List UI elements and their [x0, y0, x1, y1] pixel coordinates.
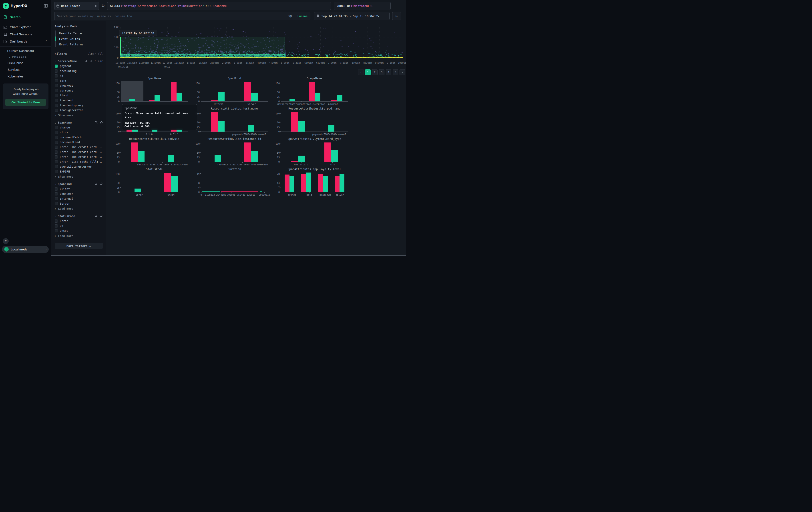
- mini-chart-plot[interactable]: 02550100ErrorUnset: [121, 172, 188, 192]
- analysis-mode-results-table[interactable]: Results Table: [56, 30, 103, 36]
- filter-option-documentload[interactable]: documentLoad: [55, 140, 103, 144]
- checkbox-unchecked[interactable]: [55, 145, 58, 149]
- filter-option-frontend[interactable]: frontend: [55, 99, 103, 102]
- filter-option-error-the-credit-card-[interactable]: Error: The credit card (…: [55, 155, 103, 159]
- clear-filter-link[interactable]: Clear: [95, 60, 103, 63]
- checkbox-unchecked[interactable]: [55, 94, 58, 97]
- filter-option-internal[interactable]: Internal: [55, 197, 103, 200]
- sql-orderby-input[interactable]: ORDER BY Timestamp DESC: [334, 2, 391, 10]
- date-range-picker[interactable]: Sep 14 22:04:35 - Sep 15 10:04:35: [314, 12, 389, 20]
- mini-chart-plot[interactable]: 071428bronzegoldplatinumsilver: [281, 172, 348, 192]
- pagination-page-3[interactable]: 3: [379, 69, 384, 75]
- search-input[interactable]: Search your events w/ Lucene ex. column:…: [54, 12, 310, 20]
- checkbox-checked[interactable]: ✓: [55, 64, 58, 68]
- checkbox-unchecked[interactable]: [55, 160, 58, 163]
- clear-all-filters[interactable]: Clear all: [88, 52, 103, 55]
- filter-option-click[interactable]: click: [55, 131, 103, 134]
- pin-icon[interactable]: [100, 183, 103, 185]
- search-icon[interactable]: [95, 121, 97, 124]
- checkbox-unchecked[interactable]: [55, 192, 58, 195]
- load-more-link[interactable]: ›Load more: [55, 207, 103, 210]
- filter-by-selection-button[interactable]: Filter by Selection: [119, 30, 157, 36]
- filter-option-cart[interactable]: cart: [55, 79, 103, 82]
- pagination-prev[interactable]: ‹: [358, 69, 364, 75]
- filter-option-server[interactable]: Server: [55, 202, 103, 205]
- filter-option-error-the-credit-card-[interactable]: Error: The credit card (…: [55, 145, 103, 149]
- checkbox-unchecked[interactable]: [55, 84, 58, 87]
- sidebar-item-search[interactable]: Search: [0, 14, 51, 21]
- sidebar-item-clickhouse[interactable]: ClickHouse: [0, 60, 51, 66]
- mini-chart-plot[interactable]: 02550100payment-7985c8969c-mwmw7: [281, 111, 348, 132]
- checkbox-unchecked[interactable]: [55, 202, 58, 205]
- help-button[interactable]: ?: [3, 238, 9, 244]
- mini-chart-plot[interactable]: 0481601198813294418070309875948382201399…: [201, 172, 268, 192]
- pin-icon[interactable]: [90, 60, 92, 62]
- mini-chart-plot[interactable]: 02550100payment-7985c8969c-mwmw7: [201, 111, 268, 132]
- mini-chart-plot[interactable]: 02550100f5344ec9-a1ea-4290-a62a-78f5bee8…: [201, 141, 268, 162]
- filter-option-change[interactable]: change: [55, 126, 103, 129]
- checkbox-unchecked[interactable]: [55, 74, 58, 78]
- chevron-down-icon[interactable]: ⌄: [55, 183, 56, 185]
- sidebar-item-services[interactable]: Services: [0, 66, 51, 73]
- checkbox-unchecked[interactable]: [55, 126, 58, 129]
- heatmap-selection-box[interactable]: [120, 37, 285, 55]
- sql-select-input[interactable]: SELECT Timestamp, ServiceName, StatusCod…: [107, 2, 331, 10]
- chevron-down-icon[interactable]: ⌄: [55, 215, 56, 217]
- filter-option-load-generator[interactable]: load-generator: [55, 108, 103, 112]
- pin-icon[interactable]: [100, 215, 103, 217]
- filter-option-currency[interactable]: currency: [55, 89, 103, 92]
- filter-option-documentfetch[interactable]: documentFetch: [55, 136, 103, 139]
- mini-chart-plot[interactable]: 02550100: [121, 81, 188, 102]
- filter-option-flagd[interactable]: flagd: [55, 94, 103, 97]
- sidebar-item-dashboards[interactable]: Dashboards⌃: [0, 38, 51, 45]
- checkbox-unchecked[interactable]: [55, 109, 58, 112]
- checkbox-unchecked[interactable]: [55, 151, 58, 154]
- checkbox-unchecked[interactable]: [55, 170, 58, 173]
- checkbox-unchecked[interactable]: [55, 155, 58, 159]
- checkbox-unchecked[interactable]: [55, 99, 58, 102]
- mini-chart-plot[interactable]: 02550100@hyperdx/instrumentation-excepti…: [281, 81, 348, 102]
- load-more-link[interactable]: ›Load more: [55, 234, 103, 238]
- checkbox-unchecked[interactable]: [55, 187, 58, 191]
- more-filters-button[interactable]: More filters ⌄: [55, 243, 103, 249]
- filter-option-error-the-credit-card-[interactable]: Error: The credit card (…: [55, 150, 103, 154]
- get-started-button[interactable]: Get Started for Free: [5, 99, 46, 106]
- chevron-down-icon[interactable]: ⌄: [55, 60, 56, 62]
- sidebar-collapse-icon[interactable]: [44, 4, 48, 7]
- checkbox-unchecked[interactable]: [55, 79, 58, 82]
- filter-option-frontend-proxy[interactable]: frontend-proxy: [55, 104, 103, 107]
- filter-option-expire[interactable]: EXPIRE: [55, 170, 103, 173]
- checkbox-unchecked[interactable]: [55, 219, 58, 223]
- checkbox-unchecked[interactable]: [55, 136, 58, 139]
- run-query-button[interactable]: ▷: [392, 12, 401, 20]
- checkbox-unchecked[interactable]: [55, 224, 58, 227]
- search-icon[interactable]: [95, 215, 97, 217]
- pin-icon[interactable]: [100, 121, 103, 124]
- horizontal-scrollbar[interactable]: [51, 255, 406, 256]
- sidebar-item-client-sessions[interactable]: Client Sessions: [0, 31, 51, 38]
- filter-option-unset[interactable]: Unset: [55, 229, 103, 233]
- filter-option-accounting[interactable]: accounting: [55, 69, 103, 73]
- pagination-page-5[interactable]: 5: [393, 69, 398, 75]
- source-select[interactable]: Demo Traces: [54, 2, 99, 10]
- pagination-page-1[interactable]: 1: [365, 69, 371, 75]
- checkbox-unchecked[interactable]: [55, 141, 58, 144]
- pagination-next[interactable]: ›: [400, 69, 405, 75]
- sidebar-item-create-dashboard[interactable]: + Create Dashboard: [0, 48, 51, 54]
- checkbox-unchecked[interactable]: [55, 229, 58, 233]
- show-more-link[interactable]: ›Show more: [55, 175, 103, 178]
- filter-option-error[interactable]: Error: [55, 219, 103, 223]
- checkbox-unchecked[interactable]: [55, 70, 58, 73]
- filter-option-ad[interactable]: ad: [55, 74, 103, 78]
- filter-option-client[interactable]: Client: [55, 187, 103, 191]
- mini-chart-plot[interactable]: 025501005e02b5fb-13ae-4296-bbbc-111f423c…: [121, 141, 188, 162]
- filter-option-consumer[interactable]: Consumer: [55, 192, 103, 195]
- analysis-mode-event-patterns[interactable]: Event Patterns: [56, 42, 103, 47]
- chevron-down-icon[interactable]: ⌄: [55, 121, 56, 124]
- analysis-mode-event-deltas[interactable]: Event Deltas: [56, 36, 103, 42]
- gear-icon[interactable]: ⚙: [102, 4, 105, 8]
- mini-chart-plot[interactable]: 02550100mastercardvisa: [281, 141, 348, 162]
- show-more-link[interactable]: ›Show more: [55, 113, 103, 117]
- pagination-page-4[interactable]: 4: [386, 69, 391, 75]
- filter-option-checkout[interactable]: checkout: [55, 84, 103, 87]
